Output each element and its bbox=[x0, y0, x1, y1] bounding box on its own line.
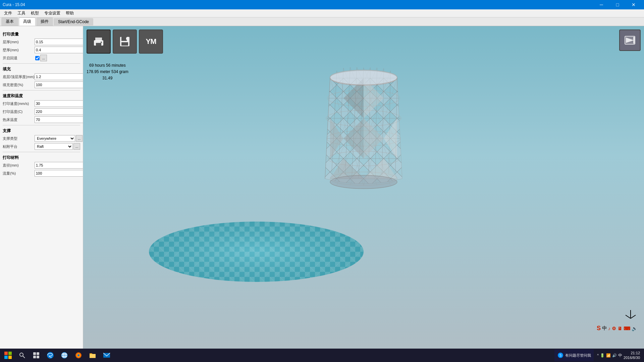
save-button[interactable] bbox=[113, 29, 137, 54]
main-layout: 打印质量 层厚(mm) 壁厚(mm) 开启回退 ... 填充 底层/顶层厚度(m… bbox=[0, 26, 644, 349]
taskbar-clock[interactable]: 21:12 2016/8/30 bbox=[624, 351, 640, 360]
print-temp-label: 打印温度(C) bbox=[3, 109, 35, 114]
layer-height-input[interactable] bbox=[35, 39, 83, 45]
stat-cost: 31.49 bbox=[87, 75, 128, 81]
stat-material: 178.95 meter 534 gram bbox=[87, 69, 128, 75]
print-button[interactable] bbox=[87, 29, 111, 54]
svg-point-65 bbox=[20, 353, 23, 356]
flow-row: 流量(%) bbox=[3, 170, 80, 177]
divider-2 bbox=[3, 90, 80, 90]
divider-1 bbox=[3, 63, 80, 64]
material-title: 打印材料 bbox=[3, 155, 80, 161]
svg-point-71 bbox=[47, 352, 54, 359]
viewport[interactable]: YM 69 hours 56 minutes 178.95 meter 534 … bbox=[83, 26, 644, 349]
search-button[interactable] bbox=[15, 349, 29, 361]
viewport-toolbar: YM bbox=[87, 29, 163, 54]
mail-button[interactable] bbox=[100, 349, 113, 361]
print-stats: 69 hours 56 minutes 178.95 meter 534 gra… bbox=[87, 62, 128, 82]
titlebar: Cura - 15.04 ─ □ ✕ bbox=[0, 0, 644, 9]
svg-rect-6 bbox=[121, 42, 128, 46]
maximize-button[interactable]: □ bbox=[610, 0, 625, 9]
chat-label: 有问题尽管问我 bbox=[565, 353, 591, 358]
fill-density-row: 填充密度(%) ... bbox=[3, 81, 80, 88]
adhesion-select[interactable]: Raft Brim None bbox=[35, 143, 73, 150]
clock-date: 2016/8/30 bbox=[624, 355, 640, 360]
speed-temp-title: 速度和温度 bbox=[3, 93, 80, 99]
svg-rect-62 bbox=[8, 352, 12, 355]
svg-line-56 bbox=[626, 315, 631, 318]
ie-button[interactable] bbox=[58, 349, 71, 361]
support-type-row: 支撑类型 Everywhere Touching buildplate None… bbox=[3, 135, 80, 142]
diameter-input[interactable] bbox=[35, 162, 83, 169]
tab-gcode[interactable]: Start/End-GCode bbox=[54, 18, 93, 25]
bottom-top-input[interactable] bbox=[35, 73, 83, 80]
menu-tools[interactable]: 工具 bbox=[15, 10, 28, 17]
print-speed-input[interactable] bbox=[35, 100, 83, 107]
clock-time: 21:12 bbox=[624, 351, 640, 355]
divider-4 bbox=[3, 152, 80, 152]
flow-input[interactable] bbox=[35, 170, 83, 177]
tray-wifi[interactable]: 📶 bbox=[606, 353, 611, 358]
print-speed-row: 打印速度(mm/s) bbox=[3, 100, 80, 107]
menu-expert[interactable]: 专业设置 bbox=[42, 10, 63, 17]
support-title: 支撑 bbox=[3, 128, 80, 134]
adhesion-row: 粘附平台 Raft Brim None ... bbox=[3, 143, 80, 150]
support-type-select[interactable]: Everywhere Touching buildplate None bbox=[35, 135, 75, 142]
minimize-button[interactable]: ─ bbox=[594, 0, 609, 9]
menu-file[interactable]: 文件 bbox=[1, 10, 15, 17]
tab-basic[interactable]: 基本 bbox=[1, 17, 18, 26]
tray-ime[interactable]: 中 bbox=[618, 353, 622, 358]
stat-time: 69 hours 56 minutes bbox=[87, 62, 128, 69]
tabbar: 基本 高级 插件 Start/End-GCode bbox=[0, 17, 644, 26]
svg-rect-69 bbox=[33, 356, 36, 358]
diameter-row: 直径(mm) bbox=[3, 162, 80, 169]
svg-rect-63 bbox=[4, 356, 8, 359]
svg-point-53 bbox=[330, 70, 397, 85]
menu-help[interactable]: 帮助 bbox=[63, 10, 76, 17]
titlebar-title: Cura - 15.04 bbox=[3, 2, 25, 7]
svg-line-55 bbox=[631, 315, 636, 318]
retract-label: 开启回退 bbox=[3, 56, 35, 61]
wall-thickness-label: 壁厚(mm) bbox=[3, 48, 35, 53]
build-plate bbox=[149, 222, 364, 282]
fill-density-input[interactable] bbox=[35, 81, 83, 88]
svg-point-3 bbox=[101, 42, 102, 43]
start-button[interactable] bbox=[1, 349, 15, 361]
retract-more-btn[interactable]: ... bbox=[40, 55, 47, 61]
diameter-label: 直径(mm) bbox=[3, 163, 35, 168]
close-button[interactable]: ✕ bbox=[626, 0, 641, 9]
fill-density-label: 填充密度(%) bbox=[3, 82, 35, 87]
taskview-button[interactable] bbox=[30, 349, 43, 361]
tab-advanced[interactable]: 高级 bbox=[19, 17, 36, 26]
bottom-top-row: 底层/顶层厚度(mm) bbox=[3, 73, 80, 80]
retract-checkbox[interactable] bbox=[35, 56, 40, 60]
tray-volume[interactable]: 🔊 bbox=[612, 353, 617, 358]
svg-rect-64 bbox=[8, 356, 12, 359]
menu-model[interactable]: 机型 bbox=[28, 10, 42, 17]
ym-button[interactable]: YM bbox=[139, 29, 163, 54]
tray-up-arrow[interactable]: ^ bbox=[597, 354, 599, 357]
adhesion-more-btn[interactable]: ... bbox=[73, 143, 80, 150]
tray-battery[interactable]: 🔋 bbox=[600, 353, 605, 358]
tab-plugins[interactable]: 插件 bbox=[36, 17, 53, 26]
retract-row: 开启回退 ... bbox=[3, 55, 80, 61]
slice-button[interactable] bbox=[619, 29, 641, 51]
print-temp-row: 打印温度(C) bbox=[3, 108, 80, 115]
firefox-button[interactable] bbox=[72, 349, 85, 361]
file-manager-button[interactable] bbox=[86, 349, 99, 361]
chat-button[interactable]: S 有问题尽管问我 bbox=[554, 349, 594, 361]
svg-rect-1 bbox=[95, 38, 102, 41]
print-temp-input[interactable] bbox=[35, 108, 83, 115]
layer-height-label: 层厚(mm) bbox=[3, 40, 35, 45]
svg-point-54 bbox=[330, 175, 397, 189]
wall-thickness-input[interactable] bbox=[35, 47, 83, 53]
bed-temp-input[interactable] bbox=[35, 116, 83, 123]
edge-browser-button[interactable] bbox=[44, 349, 57, 361]
bed-temp-label: 热床温度 bbox=[3, 117, 35, 122]
print-speed-label: 打印速度(mm/s) bbox=[3, 101, 35, 106]
svg-rect-7 bbox=[126, 38, 127, 40]
adhesion-label: 粘附平台 bbox=[3, 144, 35, 149]
svg-text:S: S bbox=[559, 354, 562, 357]
menubar: 文件 工具 机型 专业设置 帮助 bbox=[0, 9, 644, 17]
support-more-btn[interactable]: ... bbox=[76, 135, 83, 142]
